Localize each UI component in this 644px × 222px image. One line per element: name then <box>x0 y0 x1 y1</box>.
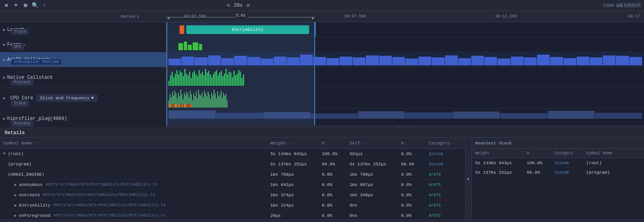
launch-badge: Trace <box>11 29 29 35</box>
self-sort-icon[interactable] <box>361 141 363 145</box>
time-tick-4: 00:17 <box>628 14 640 19</box>
csdn-watermark: CSDN @最后的轻羽 <box>603 2 641 8</box>
table-row[interactable]: ▶ onCreate entry/src/main/ets/entryabili… <box>0 190 465 200</box>
table-row[interactable]: ▶ onForeground entry/src/main/ets/entrya… <box>0 211 465 220</box>
td-cat-5: ArkTS <box>426 203 465 208</box>
table-body: ▼ (root) 5s 143ms 843µs 100.0% 581µs 0.0… <box>0 149 465 220</box>
td-pct-3: 0.0% <box>319 182 346 187</box>
td-weight-0: 5s 143ms 843µs <box>267 152 319 156</box>
frame-bar-3 <box>188 45 192 50</box>
row-arrow-4: ▶ <box>14 193 17 197</box>
launch-chart-track: EntryAbility <box>166 22 644 37</box>
time-range-label: 20s <box>234 3 243 8</box>
td-pct-5: 0.0% <box>319 203 346 208</box>
td-weight-6: 29µs <box>267 213 319 218</box>
details-panel: Details Symbol Name ⚐ Weight % Self <box>0 128 644 220</box>
td-self-3: 1ms 607µs <box>346 182 398 187</box>
right-row-1[interactable]: 5s 137ms 252µs 99.9% System (program) <box>472 168 644 177</box>
rth-sym: Symbol Name <box>583 151 644 156</box>
timeline-header: Markers <box>0 11 166 22</box>
td-self-0: 581µs <box>346 152 398 156</box>
launch-track-row[interactable]: ▶ Launch ⚠ Trace <box>0 22 166 37</box>
zoom-in-icon[interactable]: ⊕ <box>245 2 251 9</box>
dropdown-arrow-icon: ▼ <box>91 96 94 101</box>
search-icon[interactable]: 🔍 <box>32 2 38 9</box>
idle-label: idle <box>401 62 410 66</box>
cpu-small-bars <box>168 103 642 107</box>
frame-bar-4 <box>193 42 198 50</box>
heaviest-stack-title: Heaviest Stack <box>475 141 512 146</box>
time-tick-2: 00:07.500 <box>345 14 366 19</box>
time-ruler: ◀ ▶ 5.6s 00:02.500 00:07.500 00:12.500 0… <box>166 11 644 22</box>
chart-area[interactable]: ◀ ▶ 5.6s 00:02.500 00:07.500 00:12.500 0… <box>166 11 644 128</box>
td-weight-3: 1ms 642µs <box>267 182 319 187</box>
td-pct2-3: 0.0% <box>398 182 426 187</box>
td-pct-4: 0.0% <box>319 193 346 197</box>
rtd-pct-0: 100.0% <box>524 161 551 165</box>
table-row[interactable]: ▶ anonymous entry/src/main/ets/entryabil… <box>0 180 465 190</box>
frame-arrow: ▶ <box>3 42 6 47</box>
cpu-track-row[interactable]: ▶ CPU Core Slice and Frequency ▼ Trace <box>0 88 166 108</box>
th-symbol-name: Symbol Name ⚐ <box>0 141 267 146</box>
td-self-2: 1ms 708µs <box>346 172 398 177</box>
td-weight-4: 1ms 374µs <box>267 193 319 197</box>
slice-dropdown[interactable]: Slice and Frequency ▼ <box>36 95 97 102</box>
hiprofiler-track-row[interactable]: ▶ hiprofiler_plug(4084) Process <box>0 108 166 128</box>
weight-sort-icon[interactable] <box>287 141 289 145</box>
right-row-0[interactable]: 5s 143ms 843µs 100.0% System (root) <box>472 158 644 168</box>
td-cat-6: ArkTS <box>426 213 465 218</box>
td-symbol-2: (ARKUI_ENGINE) <box>0 172 267 177</box>
td-cat-1: System <box>426 162 465 167</box>
flag-icon[interactable]: ⚑ <box>13 2 19 9</box>
drag-handle[interactable]: • • • <box>166 125 644 128</box>
rtd-sym-1: (program) <box>583 170 644 175</box>
td-self-1: 5s 137ms 252µs <box>346 162 398 167</box>
td-pct-6: 0.0% <box>319 213 346 218</box>
rtd-cat-0: System <box>551 161 583 165</box>
table-row[interactable]: (ARKUI_ENGINE) 1ms 708µs 0.0% 1ms 708µs … <box>0 169 465 180</box>
rth-pct: % <box>524 151 551 156</box>
entry-ability-label: EntryAbility <box>232 27 263 32</box>
td-cat-4: ArkTS <box>426 193 465 197</box>
entry-ability-bar[interactable]: EntryAbility <box>186 25 309 34</box>
cat-sort-icon[interactable] <box>451 141 453 145</box>
rtd-cat-1: System <box>551 170 583 175</box>
hipro-bars-container <box>168 110 642 127</box>
arkts-badge: ArkCompiler Runtime <box>11 59 62 65</box>
td-symbol-3: ▶ anonymous entry/src/main/ets/entryabil… <box>0 182 267 187</box>
table-row[interactable]: (program) 5s 137ms 252µs 99.9% 5s 137ms … <box>0 159 465 169</box>
frame-track-row[interactable]: ▶ Frame ⚠ GPU <box>0 37 166 52</box>
table-row[interactable]: ▼ (root) 5s 143ms 843µs 100.0% 581µs 0.0… <box>0 149 465 159</box>
td-symbol-6: ▶ onForeground entry/src/main/ets/entrya… <box>0 213 267 218</box>
th-self: Self <box>346 141 398 146</box>
td-symbol-5: ▶ EntryAbility entry/src/main/ets/entrya… <box>0 203 267 208</box>
th-weight: Weight <box>267 141 319 146</box>
native-track-row[interactable]: ▶ Native Callstack Process <box>0 67 166 88</box>
record-icon[interactable]: ⏺ <box>22 2 29 9</box>
row-arrow-0: ▼ <box>3 152 6 156</box>
symbol-sort-icon[interactable]: ⚐ <box>33 141 35 145</box>
splitter-arrow[interactable]: ▶ <box>466 138 472 220</box>
slice-label: Slice and Frequency <box>40 96 90 101</box>
bracket-right-arrow: ▶ <box>312 16 314 21</box>
filter-icon[interactable]: ⚡ <box>41 2 48 9</box>
orange-bar <box>180 25 184 34</box>
rtd-weight-0: 5s 143ms 843µs <box>472 161 524 165</box>
cpu-arrow: ▶ <box>3 96 6 101</box>
native-wave-bars <box>168 68 642 86</box>
td-symbol-4: ▶ onCreate entry/src/main/ets/entryabili… <box>0 193 267 197</box>
th-pct2: % <box>398 141 426 146</box>
duration-label: 5.6s <box>234 13 247 18</box>
stop-icon[interactable]: ■ <box>3 2 10 9</box>
heaviest-stack-cols: Weight % Category Symbol Name <box>472 149 644 158</box>
arkts-track-row[interactable]: ▶ ArkTS Callstack ArkCompiler Runtime <box>0 52 166 67</box>
table-row[interactable]: ▶ EntryAbility entry/src/main/ets/entrya… <box>0 200 465 211</box>
frame-bar-2 <box>184 42 187 50</box>
td-cat-0: System <box>426 152 465 156</box>
left-table: Symbol Name ⚐ Weight % Self % <box>0 138 466 220</box>
row-arrow-3: ▶ <box>14 182 17 187</box>
td-pct2-2: 0.0% <box>398 172 426 177</box>
heaviest-stack-panel: Heaviest Stack Weight % Category Symbol … <box>472 138 644 220</box>
zoom-out-icon[interactable]: ⊖ <box>225 2 231 9</box>
td-weight-1: 5s 137ms 252µs <box>267 162 319 167</box>
